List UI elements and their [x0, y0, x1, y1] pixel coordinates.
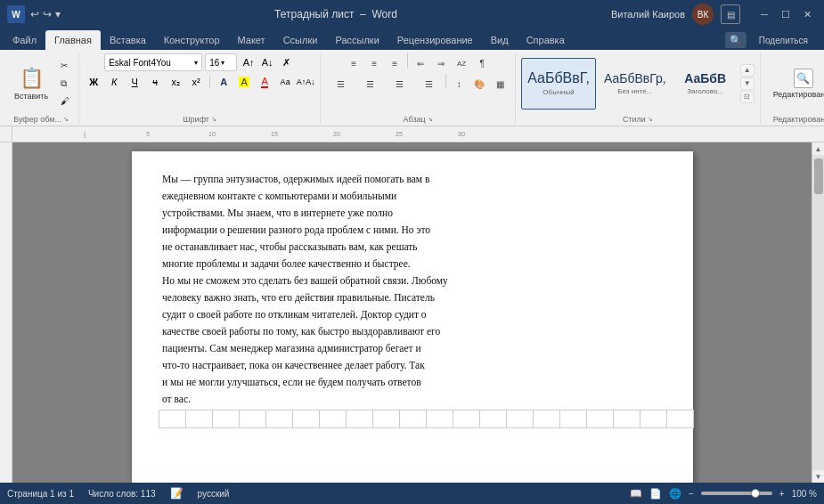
styles-scroll-down-button[interactable]: ▼ [740, 77, 755, 90]
copy-button[interactable]: ⧉ [57, 76, 73, 92]
style-heading1[interactable]: АаБбВ Заголово... [674, 58, 737, 110]
show-marks-button[interactable]: ¶ [472, 53, 492, 73]
line-spacing-button[interactable]: ↕ [449, 74, 469, 93]
text-line-14: от вас. [162, 391, 689, 408]
numbering-button[interactable]: ≡ [364, 53, 384, 73]
zoom-slider[interactable] [701, 492, 772, 495]
tab-insert[interactable]: Вставка [101, 30, 155, 50]
text-aa-button[interactable]: Аа [276, 73, 294, 91]
document-page[interactable]: Мы — группа энтузиастов, одержимых идеей… [132, 151, 693, 483]
text-line-8: человеку важно знать, что его действия п… [162, 289, 689, 306]
ruler-mark-7: 30 [458, 131, 465, 137]
scrollbar-down-arrow[interactable]: ▼ [812, 470, 825, 483]
proofing-icon[interactable]: 📝 [170, 487, 184, 500]
decrease-font-button[interactable]: A↓ [258, 53, 276, 71]
paste-button[interactable]: 📋 Вставить [9, 55, 53, 112]
align-center-button[interactable]: ☰ [355, 74, 384, 93]
paste-icon: 📋 [20, 67, 44, 90]
styles-more-button[interactable]: ⊡ [740, 91, 755, 103]
subscript-button[interactable]: х₂ [167, 73, 184, 91]
cut-button[interactable]: ✂ [57, 58, 73, 74]
tab-view[interactable]: Вид [482, 30, 518, 50]
strikethrough-button[interactable]: ч [146, 73, 164, 91]
editing-button[interactable]: 🔍 Редактирование [766, 55, 824, 112]
ribbon-group-editing: 🔍 Редактирование Редактирование [761, 53, 824, 124]
multilevel-button[interactable]: ≡ [385, 53, 404, 73]
shading-button[interactable]: 🎨 [469, 74, 489, 93]
bullets-button[interactable]: ≡ [344, 53, 363, 73]
handwritten-content[interactable]: Мы — группа энтузиастов, одержимых идеей… [162, 171, 689, 408]
tab-help[interactable]: Справка [518, 30, 574, 50]
italic-button[interactable]: К [105, 73, 123, 91]
language-label[interactable]: русский [198, 489, 230, 499]
empty-cell [346, 410, 372, 427]
format-painter-button[interactable]: 🖌 [57, 93, 73, 110]
bold-button[interactable]: Ж [85, 73, 102, 91]
decrease-indent-button[interactable]: ⇐ [411, 53, 430, 73]
scrollbar-up-arrow[interactable]: ▲ [812, 142, 825, 155]
document-title: Тетрадный лист – Word [61, 8, 611, 20]
scrollbar-track[interactable] [812, 155, 824, 470]
font-row1: Eskal Font4You ▾ 16 ▾ A↑ A↓ ✗ [104, 53, 295, 71]
font-family-select[interactable]: Eskal Font4You ▾ [104, 53, 202, 71]
text-line-5: не останавливает нас, чтобы рассказывать… [162, 239, 689, 256]
text-aa2-button[interactable]: А↑А↓ [297, 73, 314, 91]
tab-constructor[interactable]: Конструктор [155, 30, 229, 50]
close-button[interactable]: ✕ [797, 4, 817, 24]
text-line-4: информации о решении разного рода пробле… [162, 222, 689, 239]
zoom-plus-button[interactable]: + [779, 489, 785, 499]
share-button[interactable]: Поделиться [750, 30, 817, 50]
user-avatar[interactable]: ВК [692, 4, 714, 25]
clipboard-expand-icon[interactable]: ↘ [63, 116, 69, 123]
status-bar: Страница 1 из 1 Число слов: 113 📝 русски… [0, 483, 824, 504]
page-info-label: Страница 1 из 1 [7, 489, 74, 499]
align-right-button[interactable]: ☰ [385, 74, 413, 93]
tab-file[interactable]: Файл [4, 30, 45, 50]
tab-references[interactable]: Ссылки [274, 30, 327, 50]
sort-button[interactable]: AZ [452, 53, 471, 73]
tab-review[interactable]: Рецензирование [388, 30, 482, 50]
text-effects-button[interactable]: A [215, 73, 233, 91]
font-name-label: Eskal Font4You [109, 58, 171, 68]
tab-home[interactable]: Главная [45, 30, 101, 50]
empty-cell [559, 410, 586, 427]
ribbon-display-options-button[interactable]: ▤ [721, 4, 740, 24]
text-effects-icon: A [220, 77, 227, 87]
increase-indent-button[interactable]: ⇒ [431, 53, 451, 73]
styles-expand-icon[interactable]: ↘ [648, 116, 653, 123]
format-painter-icon: 🖌 [61, 96, 69, 106]
undo-button[interactable]: ↩ [30, 8, 39, 20]
text-line-13: и мы не могли улучшаться, если не будем … [162, 374, 689, 391]
styles-scroll-up-button[interactable]: ▲ [740, 64, 755, 77]
font-color-button[interactable]: А [256, 73, 273, 91]
vertical-scrollbar[interactable]: ▲ ▼ [812, 142, 824, 483]
font-size-select[interactable]: 16 ▾ [205, 53, 237, 71]
read-mode-button[interactable]: 📖 [630, 488, 642, 500]
maximize-button[interactable]: ☐ [776, 4, 795, 24]
highlight-button[interactable]: А [235, 73, 253, 91]
font-size-dropdown-icon: ▾ [221, 59, 224, 67]
style-normal[interactable]: АаБбВвГ, Обычный [521, 58, 596, 110]
ribbon-search-button[interactable]: 🔍 [725, 32, 746, 48]
justify-button[interactable]: ☰ [414, 74, 443, 93]
title-bar-left: W ↩ ↪ ▾ [7, 5, 61, 23]
document-scroll-area[interactable]: Мы — группа энтузиастов, одержимых идеей… [12, 142, 824, 483]
borders-button[interactable]: ▦ [490, 74, 510, 93]
increase-font-button[interactable]: A↑ [240, 53, 257, 71]
redo-button[interactable]: ↪ [43, 8, 52, 20]
web-layout-button[interactable]: 🌐 [669, 488, 681, 500]
paragraph-expand-icon[interactable]: ↘ [428, 116, 433, 123]
style-no-spacing[interactable]: АаБбВвГр, Без инте... [598, 58, 673, 110]
underline-button[interactable]: Ч [126, 73, 143, 91]
scrollbar-thumb[interactable] [814, 159, 823, 194]
tab-layout[interactable]: Макет [229, 30, 274, 50]
font-expand-icon[interactable]: ↘ [211, 116, 216, 123]
zoom-minus-button[interactable]: − [689, 489, 694, 499]
print-layout-button[interactable]: 📄 [649, 488, 662, 500]
superscript-button[interactable]: х² [187, 73, 205, 91]
ruler-mark-6: 25 [396, 131, 403, 137]
tab-mailings[interactable]: Рассылки [326, 30, 388, 50]
align-left-button[interactable]: ☰ [326, 74, 355, 93]
clear-format-button[interactable]: ✗ [277, 53, 295, 71]
minimize-button[interactable]: ─ [755, 4, 774, 24]
